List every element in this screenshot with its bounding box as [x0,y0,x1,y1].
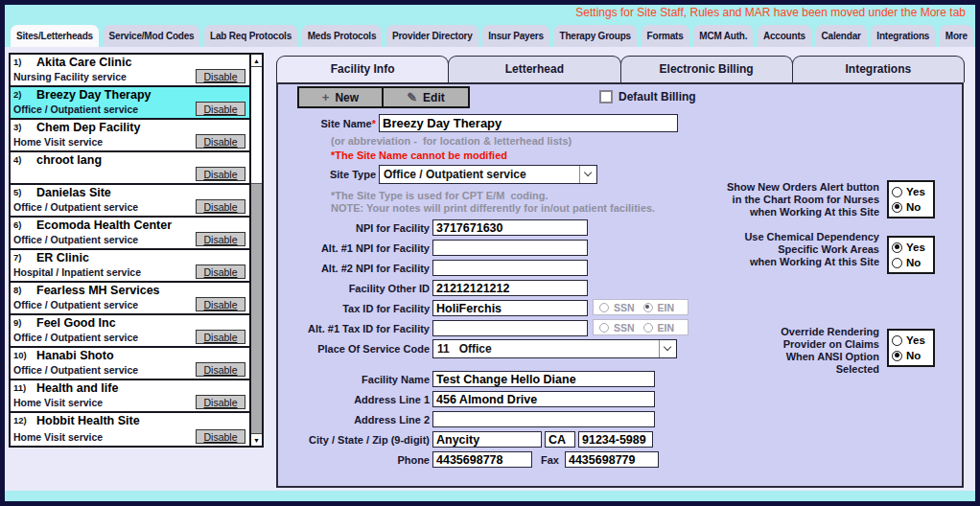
site-service-type: Office / Outpatient service [13,332,138,343]
scroll-down-button[interactable]: ▼ [251,433,262,446]
address1-label: Address Line 1 [278,394,430,405]
site-name: Chem Dep Facility [36,121,140,134]
yes-radio[interactable] [892,242,902,253]
disable-button[interactable]: Disable [196,297,245,311]
disable-button[interactable]: Disable [196,69,245,83]
fax-input[interactable] [565,451,659,468]
pos-code-select[interactable]: 11 Office [432,339,677,358]
npi-input[interactable] [432,219,588,236]
ssn-radio[interactable] [599,323,609,333]
yes-option[interactable]: Yes [892,240,930,255]
item-number: 10) [13,350,27,360]
alt2-npi-input[interactable] [432,260,588,276]
facility-name-input[interactable] [432,371,655,387]
site-list-item[interactable]: 3) Chem Dep Facility Home Visit service … [11,120,249,152]
tab-meds-protocols[interactable]: Meds Protocols [302,25,383,47]
tab-insur-payers[interactable]: Insur Payers [482,25,549,47]
disable-button[interactable]: Disable [196,232,245,246]
scroll-down-icon: ▼ [253,437,260,444]
ssn-radio[interactable] [599,303,609,312]
site-name: chroot lang [36,153,102,167]
tab-provider-directory[interactable]: Provider Directory [386,25,478,47]
no-option[interactable]: No [892,199,930,215]
tab-integrations-panel[interactable]: Integrations [792,56,965,82]
address1-input[interactable] [432,391,655,407]
pos-code-label: Place Of Service Code [278,343,430,355]
tab-letterhead[interactable]: Letterhead [448,56,620,82]
no-option[interactable]: No [892,348,930,363]
no-radio[interactable] [892,202,902,213]
edit-button[interactable]: ✎ Edit [384,88,468,106]
disable-button[interactable]: Disable [196,429,245,444]
site-list-item[interactable]: 4) chroot lang Disable [11,152,249,185]
dropdown-arrow-icon[interactable] [579,166,596,183]
default-billing-checkbox[interactable] [599,90,613,104]
other-id-input[interactable] [432,280,588,296]
city-input[interactable] [432,431,542,448]
yes-option[interactable]: Yes [892,333,930,348]
site-list-item[interactable]: 10) Hanabi Shoto Office / Outpatient ser… [11,348,249,380]
tab-integrations[interactable]: Integrations [871,25,935,47]
no-option[interactable]: No [892,255,930,270]
chemical-dependency-group: Yes No [887,236,935,274]
site-service-type: Office / Outpatient service [13,234,138,245]
site-list-item[interactable]: 8) Fearless MH Services Office / Outpati… [11,283,249,315]
site-name: Breezy Day Therapy [36,88,152,102]
tab-therapy-groups[interactable]: Therapy Groups [554,25,637,47]
yes-radio[interactable] [892,335,902,346]
yes-radio[interactable] [892,187,902,197]
site-list-item[interactable]: 1) Akita Care Clinic Nursing Facility se… [11,55,249,87]
ein-radio[interactable] [643,303,653,312]
site-list-item[interactable]: 12) Hobbit Health Site Home Visit servic… [11,413,249,446]
site-type-select[interactable]: Office / Outpatient service [379,165,597,184]
site-list-item[interactable]: 5) Danielas Site Office / Outpatient ser… [11,185,249,218]
site-list-item[interactable]: 6) Ecomoda Health Center Office / Outpat… [11,218,249,250]
site-list-scrollbar[interactable]: ▲ ▼ [249,55,262,446]
disable-button[interactable]: Disable [196,102,245,116]
site-list-item[interactable]: 9) Feel Good Inc Office / Outpatient ser… [11,315,249,348]
site-list-item[interactable]: 2) Breezy Day Therapy Office / Outpatien… [11,87,249,120]
tab-more[interactable]: More [940,25,973,47]
tab-calendar[interactable]: Calendar [816,25,867,47]
no-radio[interactable] [892,258,902,268]
disable-button[interactable]: Disable [196,264,245,279]
tab-facility-info[interactable]: Facility Info [276,56,449,82]
alt1-tax-id-input[interactable] [432,320,588,336]
item-number: 2) [13,89,21,100]
alt1-npi-input[interactable] [432,240,588,256]
tab-sites-letterheads[interactable]: Sites/Letterheads [11,25,99,47]
default-billing-field: Default Billing [599,90,696,104]
tax-id-input[interactable] [432,300,588,316]
tab-electronic-billing[interactable]: Electronic Billing [620,56,793,82]
no-radio[interactable] [892,351,902,361]
site-list-item[interactable]: 7) ER Clinic Hospital / Inpatient servic… [11,250,249,283]
site-list-item[interactable]: 11) Health and life Home Visit service D… [11,380,249,413]
facility-name-label: Facility Name [278,374,430,385]
scrollbar-thumb[interactable] [251,67,262,184]
override-rendering-label: Override Rendering Provider on Claims Wh… [666,326,879,376]
site-name: Hanabi Shoto [36,349,114,362]
disable-button[interactable]: Disable [196,134,245,149]
disable-button[interactable]: Disable [196,395,245,409]
disable-button[interactable]: Disable [196,330,245,344]
new-button[interactable]: + New [299,88,384,106]
disable-button[interactable]: Disable [196,199,245,214]
scroll-up-button[interactable]: ▲ [251,55,262,67]
address2-input[interactable] [432,411,655,427]
state-input[interactable] [545,431,575,448]
disable-button[interactable]: Disable [196,362,245,377]
tab-mcm-auth[interactable]: MCM Auth. [693,25,753,47]
site-name-input[interactable] [379,114,678,132]
yes-option[interactable]: Yes [892,184,930,199]
tab-lab-req-protocols[interactable]: Lab Req Protocols [204,25,297,47]
disable-button[interactable]: Disable [196,167,245,181]
ein-radio[interactable] [643,323,653,333]
zip-input[interactable] [578,431,653,448]
tab-service-mod-codes[interactable]: Service/Mod Codes [104,25,200,47]
site-service-type: Hospital / Inpatient service [13,266,141,278]
tab-accounts[interactable]: Accounts [758,25,811,47]
tab-formats[interactable]: Formats [642,25,689,47]
app-window: Settings for Site Staff, Rules and MAR h… [0,0,980,506]
default-billing-label: Default Billing [618,90,696,104]
phone-input[interactable] [432,451,532,468]
